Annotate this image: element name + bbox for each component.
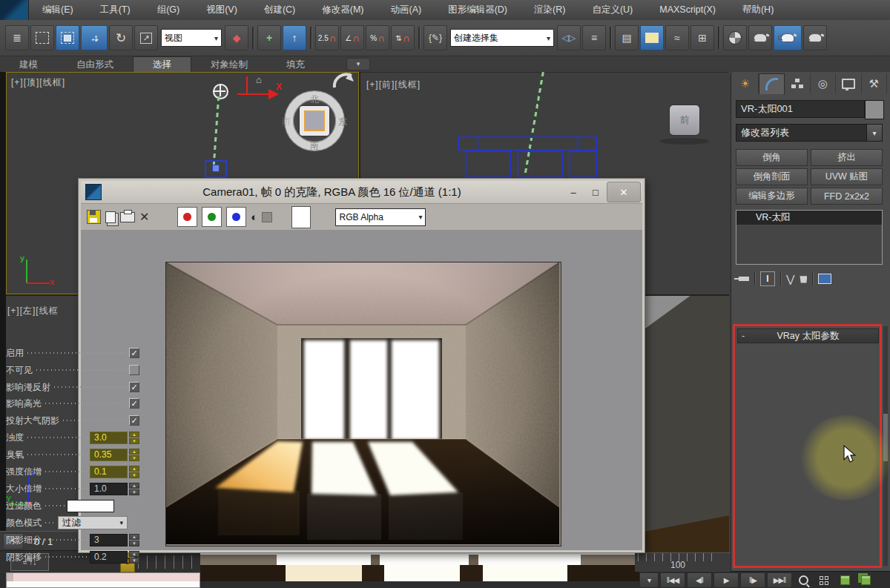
time-dropdown-button[interactable]: ▾ xyxy=(639,572,659,588)
alpha-channel-button[interactable] xyxy=(262,212,272,222)
modifier-list-dropdown[interactable]: 修改器列表▾ xyxy=(736,124,883,142)
align-button[interactable]: ≡ xyxy=(582,25,606,50)
ribbon-minimize-dropdown[interactable]: ▾ xyxy=(346,58,370,70)
viewport-left-label[interactable]: [+][左][线框 xyxy=(7,305,59,317)
percent-snap-button[interactable]: %∩ xyxy=(366,25,389,50)
viewcube-south-label[interactable]: 南 xyxy=(310,139,319,152)
green-channel-button[interactable] xyxy=(202,207,222,227)
rendered-frame-window-button[interactable] xyxy=(774,25,802,50)
render-window-titlebar[interactable]: Camera01, 帧 0 的克隆, RGBA 颜色 16 位/通道 (1:1)… xyxy=(81,181,642,203)
stack-item-vray-sun[interactable]: VR-太阳 xyxy=(736,211,882,225)
keyboard-override-button[interactable]: ↑ xyxy=(283,25,306,50)
menu-rendering[interactable]: 渲染(R) xyxy=(521,0,578,20)
tab-create[interactable]: ☀ xyxy=(733,73,759,93)
maxscript-mini-listener[interactable] xyxy=(6,572,200,588)
monochrome-button[interactable]: ◐ xyxy=(251,211,257,223)
rendered-image[interactable] xyxy=(165,262,561,546)
go-to-start-button[interactable]: ‖◀◀ xyxy=(660,572,685,588)
channel-display-dropdown[interactable]: RGB Alpha▾ xyxy=(335,208,426,226)
pin-stack-icon[interactable] xyxy=(736,277,749,281)
turbidity-spinner[interactable]: 3.0 ▲▼ xyxy=(90,432,139,444)
next-frame-button[interactable]: ‖▶ xyxy=(740,572,765,588)
select-and-scale-button[interactable]: ↗ xyxy=(134,25,158,50)
render-production-button[interactable] xyxy=(803,25,827,50)
tab-modify[interactable] xyxy=(759,73,785,94)
color-mode-dropdown[interactable]: 过滤▾ xyxy=(58,516,128,529)
zoom-all-icon[interactable] xyxy=(814,573,834,587)
angle-snap-button[interactable]: ∠∩ xyxy=(340,25,364,50)
menu-help[interactable]: 帮助(H) xyxy=(729,0,787,20)
cast-atmos-shadows-checkbox[interactable] xyxy=(129,415,139,426)
enabled-checkbox[interactable] xyxy=(129,348,139,358)
viewcube-home-icon[interactable]: ⌂ xyxy=(256,74,262,85)
layer-manager-button[interactable]: ▤ xyxy=(615,25,639,50)
menu-create[interactable]: 创建(C) xyxy=(251,0,309,20)
play-button[interactable]: ▶ xyxy=(713,572,739,588)
shadow-bias-spinner[interactable]: 0.2 ▲▼ xyxy=(90,551,139,564)
save-image-button[interactable] xyxy=(87,210,101,224)
remove-modifier-icon[interactable] xyxy=(800,275,807,283)
previous-frame-button[interactable]: ◀‖ xyxy=(687,572,712,588)
modifier-button-edit-poly[interactable]: 编辑多边形 xyxy=(736,188,808,205)
minimize-button[interactable]: – xyxy=(562,184,584,200)
modifier-button-extrude[interactable]: 挤出 xyxy=(811,149,883,166)
menu-modifiers[interactable]: 修改器(M) xyxy=(309,0,377,20)
modifier-button-bevel[interactable]: 倒角 xyxy=(736,149,808,166)
menu-tools[interactable]: 工具(T) xyxy=(87,0,144,20)
menu-edit[interactable]: 编辑(E) xyxy=(29,0,87,20)
wireframe-window-panel[interactable] xyxy=(517,151,563,178)
modifier-stack-list[interactable]: VR-太阳 xyxy=(736,210,883,265)
rendered-frame-window[interactable]: Camera01, 帧 0 的克隆, RGBA 颜色 16 位/通道 (1:1)… xyxy=(78,178,645,553)
render-setup-button[interactable] xyxy=(748,25,772,50)
close-button[interactable]: ✕ xyxy=(607,182,641,202)
modifier-button-ffd[interactable]: FFD 2x2x2 xyxy=(811,188,883,205)
edit-named-selection-sets-button[interactable]: {✎} xyxy=(423,25,447,50)
menu-maxscript[interactable]: MAXScript(X) xyxy=(646,0,729,20)
window-crossing-button[interactable] xyxy=(56,25,79,50)
object-color-swatch[interactable] xyxy=(865,100,884,119)
go-to-end-button[interactable]: ▶▶‖ xyxy=(767,572,792,588)
rollout-collapse-icon[interactable]: - xyxy=(738,331,748,341)
ribbon-tab-modeling[interactable]: 建模 xyxy=(0,57,57,72)
menu-animation[interactable]: 动画(A) xyxy=(377,0,435,20)
zoom-icon[interactable] xyxy=(794,573,813,587)
select-and-rotate-button[interactable]: ↻ xyxy=(109,25,133,50)
affect-specular-checkbox[interactable] xyxy=(129,398,139,409)
vray-sun-object-icon[interactable] xyxy=(213,84,228,99)
sun-target-object[interactable] xyxy=(205,160,227,178)
viewport-front-label[interactable]: [+][前][线框] xyxy=(366,79,421,91)
viewport-top-label[interactable]: [+][顶][线框] xyxy=(11,76,65,89)
shadow-subdivs-spinner[interactable]: 3 ▲▼ xyxy=(90,534,139,546)
rollout-scrollbar[interactable] xyxy=(883,326,888,566)
material-editor-button[interactable] xyxy=(723,25,747,50)
viewcube-top-face[interactable] xyxy=(300,106,329,136)
x-axis-gizmo-line[interactable] xyxy=(237,93,270,95)
ribbon-tab-selection[interactable]: 选择 xyxy=(133,56,191,72)
menu-graph-editors[interactable]: 图形编辑器(D) xyxy=(435,0,521,20)
filter-color-swatch[interactable] xyxy=(67,500,114,512)
schematic-view-button[interactable]: ⊞ xyxy=(690,25,714,50)
zoom-extents-icon[interactable] xyxy=(835,573,854,587)
scene-explorer-toggle-button[interactable] xyxy=(640,25,664,50)
viewcube-north-label[interactable]: 北 xyxy=(310,93,319,106)
tab-display[interactable] xyxy=(836,73,862,93)
app-logo-icon[interactable] xyxy=(0,0,29,20)
rollout-header[interactable]: - VRay 太阳参数 xyxy=(737,328,879,343)
curve-editor-button[interactable]: ≈ xyxy=(665,25,689,50)
menu-views[interactable]: 视图(V) xyxy=(193,0,251,20)
wireframe-window-header[interactable] xyxy=(458,136,597,151)
viewcube-roll-arrow-icon[interactable] xyxy=(332,71,356,95)
wireframe-window-panel[interactable] xyxy=(465,151,511,178)
viewcube-west-label[interactable]: 西 xyxy=(282,116,291,128)
ribbon-tab-freeform[interactable]: 自由形式 xyxy=(57,57,133,72)
wireframe-window-panel[interactable] xyxy=(569,151,597,178)
mirror-button[interactable]: ◁▷ xyxy=(557,25,581,50)
rectangular-selection-button[interactable] xyxy=(30,25,54,50)
select-by-name-button[interactable]: ≣ xyxy=(5,25,29,50)
timeline-ruler[interactable]: 100 xyxy=(635,552,731,572)
maximize-button[interactable]: □ xyxy=(584,184,607,200)
reference-coordinate-dropdown[interactable]: 视图▾ xyxy=(161,29,222,47)
use-pivot-center-button[interactable]: ◆ xyxy=(225,25,248,50)
zoom-extents-all-icon[interactable] xyxy=(856,573,875,587)
red-channel-button[interactable] xyxy=(177,207,197,227)
